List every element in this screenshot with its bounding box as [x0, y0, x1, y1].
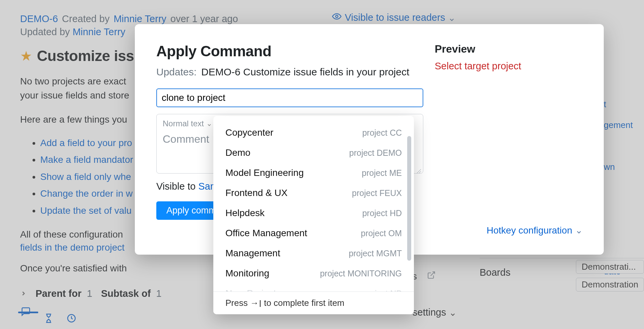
project-name: Copycenter	[225, 127, 273, 138]
dropdown-item[interactable]: Frontend & UX project FEUX	[213, 183, 414, 203]
dropdown-item[interactable]: Copycenter project CC	[213, 123, 414, 143]
dropdown-footer-hint: Press →׀ to complete first item	[213, 291, 414, 314]
dropdown-item[interactable]: Helpdesk project HD	[213, 203, 414, 223]
project-name: Management	[225, 248, 280, 259]
chevron-down-icon	[576, 227, 582, 234]
hotkey-config-link[interactable]: Hotkey configuration	[487, 225, 582, 236]
hotkey-label: Hotkey configuration	[487, 225, 572, 236]
dropdown-scrollbar[interactable]	[407, 136, 411, 261]
preview-error-message: Select target project	[435, 61, 582, 72]
project-meta: project MONITORING	[320, 269, 402, 278]
project-meta: project HD	[362, 208, 402, 218]
project-name: Office Management	[225, 228, 307, 239]
project-name: Frontend & UX	[225, 188, 287, 198]
project-name: Model Engineering	[225, 168, 304, 178]
project-meta: project FEUX	[352, 188, 402, 198]
project-name: Helpdesk	[225, 208, 265, 218]
project-meta: project OM	[361, 228, 402, 238]
dropdown-item[interactable]: Monitoring project MONITORING	[213, 263, 414, 283]
project-suggestions-dropdown: Copycenter project CC Demo project DEMO …	[213, 116, 414, 314]
project-meta: project ME	[362, 168, 402, 178]
dropdown-item[interactable]: Management project MGMT	[213, 243, 414, 263]
dropdown-item[interactable]: Office Management project OM	[213, 223, 414, 243]
dropdown-item[interactable]: Model Engineering project ME	[213, 163, 414, 183]
dropdown-list: Copycenter project CC Demo project DEMO …	[213, 119, 414, 293]
project-meta: project DEMO	[349, 148, 402, 158]
dialog-title: Apply Command	[156, 43, 416, 60]
dropdown-item[interactable]: Demo project DEMO	[213, 143, 414, 163]
project-name: Monitoring	[225, 268, 269, 279]
text-style-label: Normal text	[163, 119, 204, 128]
svg-line-4	[419, 171, 421, 173]
resize-handle[interactable]	[416, 166, 421, 171]
preview-heading: Preview	[435, 43, 582, 55]
project-meta: project CC	[362, 128, 402, 138]
updates-label: Updates:	[156, 66, 197, 78]
command-input[interactable]	[156, 88, 423, 107]
updates-target: DEMO-6 Customize issue fields in your pr…	[201, 66, 409, 78]
project-meta: project MGMT	[349, 249, 402, 258]
chevron-down-icon	[207, 120, 213, 127]
visible-to-label: Visible to	[156, 181, 196, 192]
svg-line-3	[417, 169, 421, 173]
project-name: Demo	[225, 147, 251, 158]
